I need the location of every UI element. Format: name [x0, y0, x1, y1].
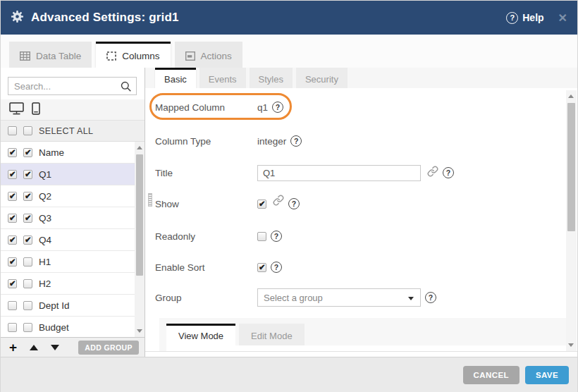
tab-label: Columns: [122, 51, 159, 61]
close-icon[interactable]: ✕: [558, 11, 567, 25]
mapped-column-help-icon[interactable]: ?: [272, 102, 283, 113]
readonly-help-icon[interactable]: ?: [271, 231, 282, 242]
add-group-button[interactable]: ADD GROUP: [78, 341, 139, 355]
desktop-checkbox[interactable]: [8, 279, 17, 288]
select-all-row: SELECT ALL: [1, 121, 144, 142]
search-input[interactable]: [8, 81, 136, 92]
list-scrollbar-thumb[interactable]: [136, 154, 143, 276]
list-item[interactable]: Q3: [1, 207, 135, 229]
add-column-icon[interactable]: +: [9, 341, 17, 355]
bind-link-icon[interactable]: [273, 195, 284, 209]
enable-sort-checkbox[interactable]: [257, 263, 266, 272]
mobile-checkbox[interactable]: [23, 257, 32, 267]
mobile-checkbox[interactable]: [23, 323, 32, 332]
list-item[interactable]: Q2: [1, 185, 135, 207]
mobile-checkbox[interactable]: [23, 235, 32, 245]
scroll-down-icon[interactable]: [137, 329, 142, 333]
basic-settings-form: Mapped Column q1 ? Column Type integer ?…: [145, 88, 577, 352]
title-help-icon[interactable]: ?: [443, 167, 454, 178]
search-box: [8, 77, 137, 95]
desktop-checkbox[interactable]: [8, 323, 17, 332]
tab-styles[interactable]: Styles: [250, 68, 293, 88]
scroll-down-icon[interactable]: [568, 343, 574, 347]
settings-tab-bar: Basic Events Styles Security: [145, 68, 577, 88]
column-name: Q2: [39, 191, 51, 202]
help-button[interactable]: ? Help: [506, 12, 543, 24]
enable-sort-row: Enable Sort ?: [155, 259, 563, 275]
title-label: Title: [155, 168, 257, 178]
tab-edit-mode[interactable]: Edit Mode: [239, 324, 305, 345]
tab-label: Edit Mode: [251, 331, 293, 341]
column-name: Dept Id: [39, 300, 70, 311]
panel-scrollbar-thumb[interactable]: [567, 103, 575, 231]
mobile-checkbox[interactable]: [23, 192, 32, 201]
panel-scrollbar[interactable]: [566, 90, 577, 351]
mobile-view-icon[interactable]: [32, 102, 40, 118]
readonly-checkbox[interactable]: [257, 232, 266, 241]
bind-link-icon[interactable]: [427, 166, 438, 180]
list-scrollbar[interactable]: [135, 142, 144, 337]
columns-sidebar: SELECT ALL Name Q1: [1, 68, 145, 357]
tab-actions[interactable]: Actions: [175, 42, 242, 68]
enable-sort-help-icon[interactable]: ?: [271, 262, 282, 273]
tab-events[interactable]: Events: [199, 68, 246, 88]
desktop-checkbox[interactable]: [8, 235, 17, 245]
search-icon[interactable]: [120, 80, 132, 95]
desktop-checkbox[interactable]: [8, 257, 17, 267]
tab-label: Basic: [164, 74, 187, 85]
tab-label: Styles: [259, 74, 283, 85]
tab-view-mode[interactable]: View Mode: [166, 324, 235, 345]
help-icon: ?: [506, 12, 518, 24]
list-item[interactable]: Name: [1, 142, 135, 164]
column-name: Budget: [39, 322, 69, 333]
desktop-checkbox[interactable]: [8, 301, 17, 310]
save-button[interactable]: SAVE: [525, 366, 569, 384]
desktop-checkbox[interactable]: [8, 192, 17, 201]
list-item[interactable]: Q4: [1, 229, 135, 251]
list-item[interactable]: H2: [1, 273, 135, 295]
group-select[interactable]: Select a group: [257, 288, 421, 307]
columns-icon: [106, 51, 116, 61]
mobile-checkbox[interactable]: [23, 214, 32, 223]
group-help-icon[interactable]: ?: [425, 292, 436, 303]
list-item-selected[interactable]: Q1: [1, 164, 135, 185]
tab-label: Actions: [201, 51, 232, 61]
mobile-checkbox[interactable]: [23, 148, 32, 157]
list-item[interactable]: Dept Id: [1, 295, 135, 317]
mapped-column-value: q1: [257, 102, 268, 113]
move-down-icon[interactable]: [51, 345, 59, 350]
enable-sort-label: Enable Sort: [155, 262, 257, 273]
select-all-desktop-checkbox[interactable]: [8, 126, 17, 135]
cancel-button[interactable]: CANCEL: [463, 366, 519, 384]
list-item[interactable]: H1: [1, 251, 135, 273]
tab-security[interactable]: Security: [296, 68, 348, 88]
group-row: Group Select a group ?: [155, 288, 563, 307]
mobile-checkbox[interactable]: [23, 170, 32, 179]
mobile-checkbox[interactable]: [23, 279, 32, 288]
gear-icon: [11, 10, 24, 26]
sidebar-resize-handle[interactable]: [148, 193, 152, 207]
desktop-checkbox[interactable]: [8, 148, 17, 157]
desktop-checkbox[interactable]: [8, 214, 17, 223]
desktop-checkbox[interactable]: [8, 170, 17, 179]
tab-label: Data Table: [36, 51, 81, 61]
mode-section: View Mode Edit Mode Widget -- Select a w…: [159, 318, 567, 352]
tab-columns[interactable]: Columns: [96, 42, 170, 68]
show-checkbox[interactable]: [257, 200, 266, 209]
tab-data-table[interactable]: Data Table: [9, 42, 92, 68]
title-row: Title ?: [155, 164, 563, 181]
select-all-mobile-checkbox[interactable]: [23, 126, 32, 135]
tab-label: View Mode: [178, 331, 223, 341]
column-type-row: Column Type integer ?: [155, 133, 563, 149]
title-input[interactable]: [257, 165, 421, 181]
group-label: Group: [155, 293, 257, 303]
scroll-up-icon[interactable]: [568, 94, 574, 98]
column-type-help-icon[interactable]: ?: [290, 135, 302, 147]
move-up-icon[interactable]: [30, 345, 38, 350]
show-help-icon[interactable]: ?: [288, 198, 300, 209]
desktop-view-icon[interactable]: [9, 102, 24, 118]
tab-basic[interactable]: Basic: [155, 68, 196, 88]
list-item[interactable]: Budget: [1, 317, 135, 337]
mobile-checkbox[interactable]: [23, 301, 32, 310]
scroll-up-icon[interactable]: [137, 146, 142, 149]
